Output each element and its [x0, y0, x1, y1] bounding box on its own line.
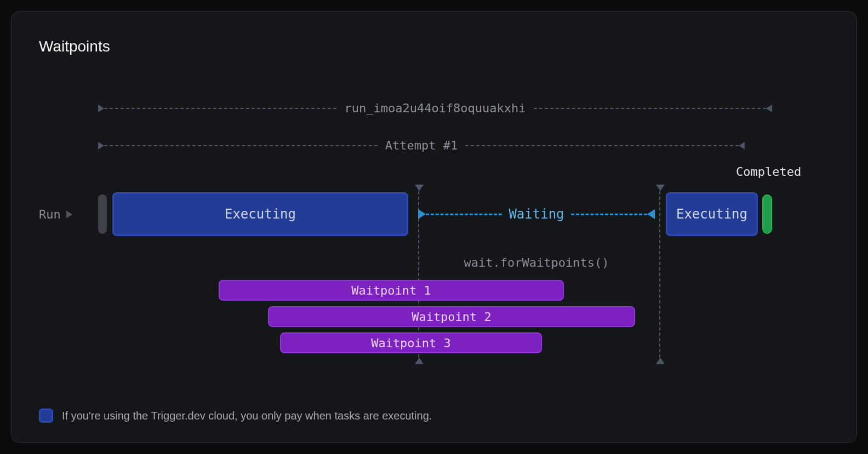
executing-bar-1: Executing — [112, 192, 408, 236]
chevron-down-icon — [656, 185, 665, 191]
span-start-marker-icon — [98, 105, 104, 112]
run-label-text: Run — [39, 208, 61, 221]
wait-call-label: wait.forWaitpoints() — [419, 256, 654, 269]
play-icon — [66, 210, 72, 218]
waitpoint-bar-1: Waitpoint 1 — [219, 280, 564, 301]
chevron-up-icon — [656, 358, 665, 364]
queued-pill — [98, 194, 107, 234]
run-row-label: Run — [39, 208, 72, 221]
executing-bar-2: Executing — [666, 192, 758, 236]
attempt-span: Attempt #1 — [98, 139, 745, 152]
run-id-span: run_imoa2u44oif8oquuakxhi — [98, 101, 772, 115]
span-line — [571, 214, 647, 215]
span-line — [104, 145, 378, 146]
timeline-diagram: run_imoa2u44oif8oquuakxhi Attempt #1 Run — [39, 88, 829, 409]
waiting-span: Waiting — [418, 192, 655, 236]
span-end-marker-icon — [739, 142, 745, 150]
span-line — [534, 108, 766, 109]
page-title: Waitpoints — [39, 38, 829, 55]
span-line — [104, 108, 336, 109]
attempt-label: Attempt #1 — [378, 139, 465, 152]
pricing-note: If you're using the Trigger.dev cloud, y… — [39, 409, 829, 423]
chevron-up-icon — [415, 358, 424, 364]
span-line — [465, 145, 739, 146]
span-start-marker-icon — [98, 142, 104, 150]
chevron-down-icon — [415, 185, 424, 191]
waitpoint-bar-2: Waitpoint 2 — [268, 306, 635, 327]
waiting-label: Waiting — [502, 206, 570, 222]
executing-swatch-icon — [39, 409, 53, 423]
completed-label: Completed — [736, 165, 801, 179]
diagram-panel: Waitpoints run_imoa2u44oif8oquuakxhi Att… — [11, 11, 857, 443]
span-end-marker-icon — [647, 209, 655, 219]
run-id-label: run_imoa2u44oif8oquuakxhi — [336, 101, 533, 115]
span-line — [426, 214, 502, 215]
span-start-marker-icon — [418, 209, 426, 219]
span-end-marker-icon — [766, 105, 772, 112]
completed-pill — [762, 194, 772, 234]
waitpoint-bar-3: Waitpoint 3 — [280, 332, 542, 353]
run-row: Run Executing Waiting Executing Complete… — [39, 192, 829, 236]
note-text: If you're using the Trigger.dev cloud, y… — [62, 410, 432, 422]
